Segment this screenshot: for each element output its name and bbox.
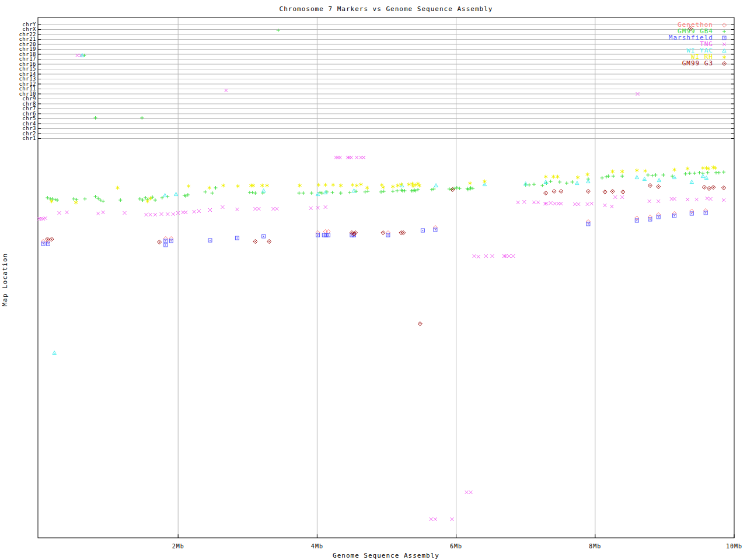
plot-grid xyxy=(0,0,747,560)
x-tick-label-10Mb: 10Mb xyxy=(717,543,747,550)
legend-label-marshfield: Marshfield xyxy=(596,34,713,41)
chart-page: Chromosome 7 Markers vs Genome Sequence … xyxy=(0,0,747,560)
series-gm99g3 xyxy=(46,26,726,326)
legend-label-gm99g3: GM99 G3 xyxy=(596,60,713,66)
plot-border xyxy=(38,18,734,538)
x-axis-title: Genome Sequence Assembly xyxy=(38,552,734,559)
legend-entry-marshfield: Marshfield xyxy=(658,34,729,41)
series-tng xyxy=(37,54,725,521)
series-wirh xyxy=(50,166,717,205)
series-wiyac xyxy=(53,54,708,355)
series-genethon xyxy=(41,208,708,243)
x-tick-label-6Mb: 6Mb xyxy=(439,543,474,550)
x-tick-label-8Mb: 8Mb xyxy=(578,543,613,550)
legend-entry-gm99g3: GM99 G3 xyxy=(658,60,729,66)
chart-title: Chromosome 7 Markers vs Genome Sequence … xyxy=(38,5,734,13)
gridlines xyxy=(38,18,734,538)
x-tick-label-2Mb: 2Mb xyxy=(160,543,196,550)
y-label-chr1: chr1 xyxy=(0,136,36,141)
y-axis-title: Map Location xyxy=(1,248,9,312)
data-points-layer xyxy=(0,0,747,560)
x-tick-label-4Mb: 4Mb xyxy=(299,543,334,550)
series-marshfield xyxy=(41,211,707,247)
plot-frame xyxy=(38,18,734,538)
legend-marker-gm99g3-icon xyxy=(720,60,728,67)
